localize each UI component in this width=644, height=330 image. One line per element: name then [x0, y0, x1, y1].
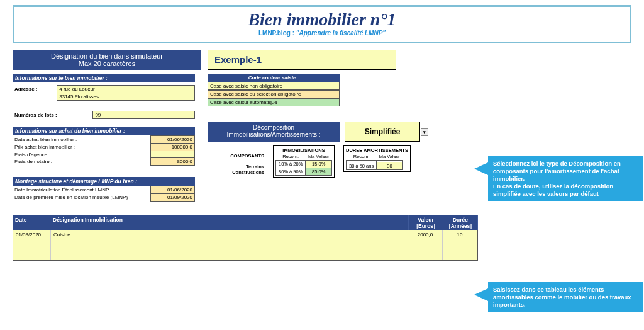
- frais-notaire-input[interactable]: 8000,0: [151, 158, 195, 166]
- legend-required: Case avec saisie ou sélection obligatoir…: [208, 90, 340, 98]
- duree-box: DUREE AMORTISSEMENTS Recom.Ma Valeur 30 …: [343, 145, 411, 172]
- decomposition-header: Décomposition Immobilisations/Amortissem…: [208, 122, 340, 142]
- th-valeur: Valeur[Euros]: [409, 215, 443, 230]
- arrow-left-icon: [474, 288, 488, 301]
- terrain-pct-input[interactable]: 15,0%: [306, 161, 332, 168]
- construction-pct: 85,0%: [306, 168, 332, 176]
- prix-achat-input[interactable]: 100000,0: [151, 144, 195, 151]
- callout-decomposition: Sélectionnez ici le type de Décompositio…: [488, 156, 643, 201]
- legend-auto: Case avec calcul automatique: [208, 98, 340, 106]
- designation-input[interactable]: Exemple-1: [208, 50, 396, 70]
- date-achat-input[interactable]: 01/06/2020: [151, 136, 195, 144]
- duree-input[interactable]: 30: [377, 162, 403, 170]
- lots-label: Numéros de lots :: [13, 111, 93, 119]
- legend-optional: Case avec saisie non obligatoire: [208, 82, 340, 90]
- middle-column: Code couleur saisie : Case avec saisie n…: [208, 74, 447, 202]
- adresse-label: Adresse :: [13, 86, 57, 93]
- immobilisations-box: IMMOBILISATIONS Recom.Ma Valeur 10% à 20…: [273, 145, 335, 178]
- table-row[interactable]: 01/08/2020 Cuisine 2000,0 10: [13, 230, 478, 261]
- row-duree[interactable]: 10: [443, 230, 477, 260]
- amortizations-table: Date Désignation Immobilisation Valeur[E…: [13, 215, 478, 261]
- page-title: Bien immobilier n°1: [14, 9, 630, 30]
- th-date: Date: [13, 215, 50, 230]
- date-location-input[interactable]: 01/09/2020: [151, 194, 195, 202]
- row-designation[interactable]: Cuisine: [51, 230, 408, 260]
- date-immat-input[interactable]: 01/06/2020: [151, 186, 195, 194]
- callout-table: Saisissez dans ce tableau les éléments a…: [488, 282, 643, 312]
- components-row: COMPOSANTS Terrains Constructions IMMOBI…: [208, 145, 447, 178]
- th-designation: Désignation Immobilisation: [50, 215, 409, 230]
- left-column: Informations sur le bien immobilier : Ad…: [13, 74, 195, 202]
- frais-agence-input[interactable]: [151, 151, 195, 158]
- adresse-line1[interactable]: 4 rue du Loueur: [57, 86, 195, 93]
- subtitle: LMNP.blog : "Apprendre la fiscalité LMNP…: [14, 30, 630, 37]
- dropdown-icon[interactable]: ▾: [421, 128, 428, 136]
- row-valeur[interactable]: 2000,0: [408, 230, 443, 260]
- arrow-left-icon: [474, 162, 488, 175]
- section-info-achat: Informations sur achat du bien immobilie…: [13, 127, 195, 135]
- section-montage: Montage structure et démarrage LMNP du b…: [13, 177, 195, 186]
- adresse-line2[interactable]: 33145 Floralisses: [57, 93, 195, 101]
- subtitle-tagline: "Apprendre la fiscalité LMNP": [296, 30, 386, 37]
- code-legend: Code couleur saisie : Case avec saisie n…: [208, 74, 340, 106]
- designation-row: Désignation du bien dans simulateur Max …: [13, 50, 631, 70]
- th-duree: Durée[Années]: [443, 215, 478, 230]
- subtitle-site: LMNP.blog: [258, 30, 291, 37]
- designation-header: Désignation du bien dans simulateur Max …: [13, 50, 201, 70]
- section-info-bien: Informations sur le bien immobilier :: [13, 74, 195, 82]
- decomposition-select[interactable]: Simplifiée ▾: [345, 122, 420, 142]
- lots-input[interactable]: 99: [93, 111, 195, 119]
- row-date[interactable]: 01/08/2020: [13, 230, 51, 260]
- decomposition-row: Décomposition Immobilisations/Amortissem…: [208, 122, 447, 142]
- title-box: Bien immobilier n°1 LMNP.blog : "Apprend…: [13, 5, 631, 43]
